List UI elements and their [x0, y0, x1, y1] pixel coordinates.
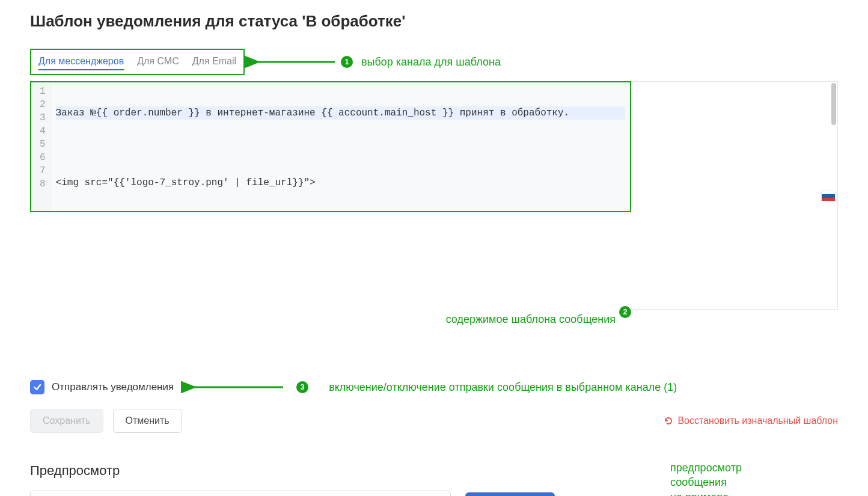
tab-email[interactable]: Для Email — [192, 54, 236, 70]
tab-messengers[interactable]: Для мессенджеров — [38, 54, 124, 70]
editor-side-panel — [631, 81, 838, 310]
send-notifications-checkbox[interactable] — [30, 380, 44, 394]
annotation-arrow-3 — [181, 381, 289, 393]
cancel-button[interactable]: Отменить — [113, 409, 182, 433]
channel-tabs: Для мессенджеров Для СМС Для Email — [30, 49, 245, 75]
editor-gutter: 1 2 3 4 5 6 7 8 — [31, 82, 51, 211]
editor-code[interactable]: Заказ №{{ order.number }} в интернет-маг… — [51, 82, 630, 211]
annotation-text-2: содержимое шаблона сообщения — [446, 313, 616, 326]
send-notifications-label: Отправлять уведомления — [52, 381, 174, 393]
tab-sms[interactable]: Для СМС — [137, 54, 179, 70]
annotation-badge-3: 3 — [296, 381, 308, 393]
code-line: <img src="{{'logo-7_stroy.png' | file_ur… — [56, 176, 625, 189]
annotation-text-1: выбор канала для шаблона — [361, 56, 501, 69]
scrollbar[interactable] — [831, 83, 836, 125]
preview-button[interactable]: Предпросмотр — [465, 492, 555, 496]
annotation-badge-2: 2 — [619, 306, 631, 318]
code-line — [56, 141, 625, 155]
save-button[interactable]: Сохранить — [30, 409, 103, 433]
annotation-badge-1: 1 — [341, 56, 353, 68]
check-icon — [33, 383, 41, 391]
restore-template-link[interactable]: Восстановить изначальный шаблон — [663, 415, 838, 426]
restore-template-label: Восстановить изначальный шаблон — [677, 415, 838, 426]
undo-icon — [663, 415, 674, 426]
template-editor[interactable]: 1 2 3 4 5 6 7 8 Заказ №{{ order.number }… — [30, 81, 631, 212]
code-line: Заказ №{{ order.number }} в интернет-маг… — [56, 106, 625, 120]
flag-stripe — [822, 198, 835, 201]
language-flag-icon[interactable] — [822, 191, 835, 201]
annotation-text-3: включение/отключение отправки сообщения … — [329, 381, 677, 394]
page-title: Шаблон уведомления для статуса 'В обрабо… — [30, 12, 838, 31]
annotation-text-4: предпросмотрсообщенияна примереконкретно… — [670, 461, 766, 496]
annotation-arrow-1 — [245, 56, 341, 68]
order-number-input[interactable] — [30, 491, 451, 496]
